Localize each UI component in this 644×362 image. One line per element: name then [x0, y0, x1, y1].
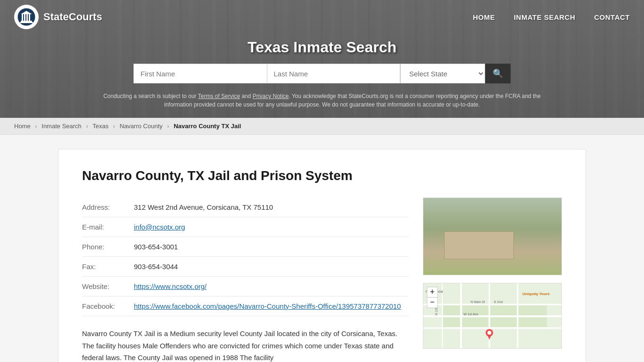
breadcrumb-navarro-county[interactable]: Navarro County: [120, 123, 163, 130]
info-layout: Address: 312 West 2nd Avenue, Corsicana,…: [82, 197, 562, 362]
email-value: info@ncsotx.org: [134, 223, 185, 231]
breadcrumb-sep-2: ›: [86, 123, 88, 130]
svg-rect-25: [456, 261, 475, 268]
svg-rect-24: [433, 261, 452, 268]
logo-area: StateCourts: [14, 5, 102, 29]
phone-label: Phone:: [82, 243, 134, 251]
breadcrumb-home[interactable]: Home: [14, 123, 31, 130]
map-inner: N Main St E 2nd N 13th W 1st Ave Uniquel…: [423, 283, 561, 348]
svg-rect-6: [29, 14, 30, 21]
svg-point-9: [435, 203, 468, 220]
breadcrumb-sep-1: ›: [35, 123, 37, 130]
svg-text:E 2nd: E 2nd: [494, 300, 503, 304]
fax-label: Fax:: [82, 263, 134, 271]
email-label: E-mail:: [82, 223, 134, 231]
nav-links: HOME INMATE SEARCH CONTACT: [473, 13, 630, 21]
svg-text:W 1st Ave: W 1st Ave: [463, 313, 478, 316]
svg-rect-14: [442, 228, 527, 259]
phone-value: 903-654-3001: [134, 243, 178, 251]
svg-rect-4: [24, 14, 25, 21]
map-image: N Main St E 2nd N 13th W 1st Ave Uniquel…: [423, 283, 562, 349]
last-name-input[interactable]: [267, 64, 401, 83]
website-link[interactable]: https://www.ncsotx.org/: [134, 282, 206, 290]
svg-rect-39: [462, 317, 488, 327]
state-select[interactable]: Select State Texas California Florida: [400, 64, 485, 83]
svg-rect-36: [443, 305, 460, 315]
facility-heading: Navarro County, TX Jail and Prison Syste…: [82, 168, 562, 183]
navigation: StateCourts HOME INMATE SEARCH CONTACT: [0, 0, 644, 34]
facebook-label: Facebook:: [82, 302, 134, 310]
fax-value: 903-654-3044: [134, 263, 178, 271]
svg-point-10: [450, 202, 477, 216]
svg-rect-41: [490, 317, 517, 327]
header-content: Texas Inmate Search Select State Texas C…: [0, 34, 644, 118]
svg-rect-1: [21, 21, 32, 22]
disclaimer-text: Conducting a search is subject to our Te…: [86, 89, 558, 115]
svg-rect-22: [524, 235, 548, 259]
svg-rect-40: [490, 305, 517, 315]
website-row: Website: https://www.ncsotx.org/: [82, 277, 409, 296]
svg-text:+: +: [430, 288, 434, 296]
address-row: Address: 312 West 2nd Avenue, Corsicana,…: [82, 197, 409, 217]
breadcrumb-current: Navarro County TX Jail: [173, 123, 241, 130]
terms-link[interactable]: Terms of Service: [198, 93, 240, 99]
breadcrumb-inmate-search[interactable]: Inmate Search: [41, 123, 82, 130]
svg-rect-3: [22, 14, 23, 21]
website-value: https://www.ncsotx.org/: [134, 282, 206, 290]
svg-rect-8: [423, 198, 561, 275]
email-link[interactable]: info@ncsotx.org: [134, 223, 185, 231]
logo-icon: [14, 5, 39, 29]
info-table: Address: 312 West 2nd Avenue, Corsicana,…: [82, 197, 409, 362]
header: StateCourts HOME INMATE SEARCH CONTACT T…: [0, 0, 644, 118]
svg-rect-42: [519, 305, 547, 315]
first-name-input[interactable]: [133, 64, 267, 83]
svg-rect-38: [443, 317, 460, 327]
website-label: Website:: [82, 282, 134, 290]
nav-inmate-search[interactable]: INMATE SEARCH: [514, 13, 575, 21]
side-images: N Main St E 2nd N 13th W 1st Ave Uniquel…: [423, 197, 562, 362]
breadcrumb-sep-3: ›: [113, 123, 115, 130]
svg-point-11: [433, 208, 452, 220]
search-icon: 🔍: [493, 69, 503, 78]
description-text: Navarro County TX Jail is a Medium secur…: [82, 328, 409, 362]
facebook-row: Facebook: https://www.facebook.com/pages…: [82, 296, 409, 316]
breadcrumb-sep-4: ›: [167, 123, 169, 130]
facility-photo: [423, 197, 562, 275]
svg-rect-18: [491, 234, 500, 245]
svg-rect-5: [26, 14, 28, 21]
address-value: 312 West 2nd Avenue, Corsicana, TX 75110: [134, 203, 273, 211]
svg-rect-27: [532, 216, 539, 221]
search-button[interactable]: 🔍: [485, 64, 511, 83]
svg-rect-15: [449, 234, 458, 245]
main-content: Navarro County, TX Jail and Prison Syste…: [39, 135, 605, 362]
breadcrumb: Home › Inmate Search › Texas › Navarro C…: [0, 118, 644, 135]
svg-rect-16: [463, 234, 471, 245]
svg-rect-23: [423, 259, 561, 275]
phone-row: Phone: 903-654-3001: [82, 237, 409, 257]
header-title: Texas Inmate Search: [9, 39, 635, 56]
svg-rect-19: [505, 234, 514, 245]
breadcrumb-texas[interactable]: Texas: [92, 123, 108, 130]
privacy-link[interactable]: Privacy Notice: [253, 93, 289, 99]
search-bar: Select State Texas California Florida 🔍: [133, 64, 511, 83]
nav-contact[interactable]: CONTACT: [594, 13, 630, 21]
facebook-value: https://www.facebook.com/pages/Navarro-C…: [134, 302, 401, 310]
email-row: E-mail: info@ncsotx.org: [82, 217, 409, 237]
svg-text:N Main St: N Main St: [471, 300, 485, 304]
svg-rect-13: [423, 254, 561, 275]
site-name: StateCourts: [43, 11, 102, 23]
svg-rect-20: [479, 245, 493, 259]
svg-rect-2: [20, 22, 33, 23]
nav-home[interactable]: HOME: [473, 13, 495, 21]
svg-point-12: [503, 210, 531, 223]
content-card: Navarro County, TX Jail and Prison Syste…: [58, 149, 586, 362]
svg-rect-17: [477, 234, 486, 245]
svg-rect-21: [440, 226, 529, 230]
facebook-link[interactable]: https://www.facebook.com/pages/Navarro-C…: [134, 302, 401, 310]
svg-point-55: [487, 331, 491, 335]
svg-text:Uniquely Yours: Uniquely Yours: [522, 292, 550, 296]
fax-row: Fax: 903-654-3044: [82, 257, 409, 277]
svg-rect-43: [519, 317, 547, 327]
address-label: Address:: [82, 203, 134, 211]
svg-text:−: −: [430, 298, 434, 306]
